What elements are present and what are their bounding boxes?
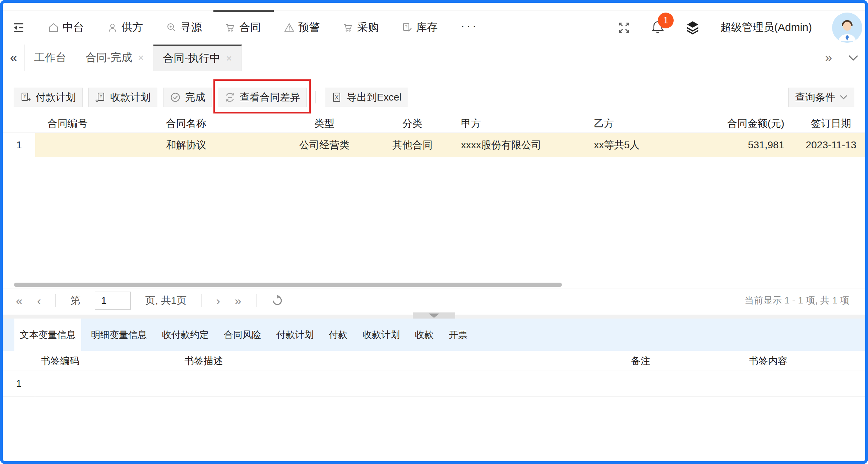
pagination-divider	[55, 294, 56, 307]
nav-item-contract[interactable]: 合同	[225, 10, 261, 45]
sourcing-search-icon	[166, 22, 177, 33]
tab-detail-variables[interactable]: 明细变量信息	[86, 319, 152, 351]
cell-type: 公司经营类	[272, 138, 377, 152]
supplier-icon	[107, 22, 118, 33]
notifications-button[interactable]: 1	[651, 20, 665, 36]
more-menu-icon[interactable]: ···	[461, 19, 478, 36]
col-header-remark: 备注	[567, 354, 714, 367]
page-summary: 当前显示 1 - 1 项, 共 1 项	[744, 294, 849, 307]
fullscreen-icon[interactable]	[618, 21, 631, 34]
pagination-bar: « ‹ 第 页, 共1页 › » 当前显示 1 - 1 项, 共 1 项	[3, 288, 865, 312]
page-input[interactable]	[95, 292, 131, 310]
complete-button[interactable]: 完成	[163, 88, 212, 107]
horizontal-scrollbar[interactable]	[14, 283, 562, 287]
col-header-amount: 合同金额(元)	[718, 117, 797, 130]
cell-category: 其他合同	[377, 138, 448, 152]
tabs-scroll-left-icon[interactable]: «	[3, 45, 24, 71]
tab-label: 合同-完成	[86, 50, 132, 65]
workspace-tab-workbench[interactable]: 工作台	[24, 45, 76, 71]
app-window: 中台 供方 寻源 合同	[0, 0, 868, 464]
tab-payment-terms[interactable]: 收付款约定	[157, 319, 214, 351]
menu-fold-icon[interactable]	[13, 22, 24, 33]
prev-page-button[interactable]: ‹	[37, 294, 41, 307]
receipt-plan-button[interactable]: ¥ 收款计划	[88, 88, 157, 107]
nav-item-platform[interactable]: 中台	[48, 10, 84, 45]
svg-text:¥: ¥	[23, 93, 26, 99]
button-label: 付款计划	[36, 91, 76, 104]
contract-toolbar: ¥ 付款计划 ¥ 收款计划 完成	[3, 71, 865, 114]
nav-item-label: 供方	[121, 20, 143, 35]
nav-item-inventory[interactable]: ? 库存	[402, 10, 438, 45]
tabs-scroll-right-icon[interactable]: »	[825, 50, 832, 65]
cell-contract-name: 和解协议	[100, 138, 272, 152]
excel-icon: X	[332, 92, 342, 103]
pagination-divider	[256, 294, 257, 307]
cell-party-b: xx等共5人	[581, 138, 718, 152]
table-row[interactable]: 1	[3, 371, 865, 397]
notification-badge: 1	[658, 13, 674, 28]
col-header-bookmark-code: 书签编码	[35, 354, 179, 367]
nav-item-procurement[interactable]: 采购	[343, 10, 379, 45]
tab-label: 工作台	[34, 50, 66, 65]
tab-text-variables[interactable]: 文本变量信息	[14, 319, 81, 351]
cell-amount: 531,981	[718, 139, 797, 151]
collapse-panel-handle[interactable]	[413, 312, 455, 319]
first-page-button[interactable]: «	[16, 294, 23, 307]
nav-item-label: 中台	[63, 20, 84, 35]
button-label: 导出到Excel	[347, 91, 401, 104]
col-header-bookmark-desc: 书签描述	[179, 354, 567, 367]
chevron-down-icon	[840, 95, 848, 100]
avatar[interactable]	[832, 13, 862, 43]
tabs-list-chevron-down-icon[interactable]	[848, 55, 859, 61]
payment-plan-button[interactable]: ¥ 付款计划	[14, 88, 83, 107]
panel-divider	[3, 312, 865, 319]
horizontal-scrollbar-track	[3, 282, 865, 288]
compare-sync-icon	[225, 92, 235, 103]
page-label-prefix: 第	[70, 294, 80, 307]
tab-receipt[interactable]: 收款	[410, 319, 439, 351]
tab-payment[interactable]: 付款	[323, 319, 353, 351]
cart-icon	[225, 22, 236, 33]
workspace-tab-contract-complete[interactable]: 合同-完成 ×	[76, 45, 153, 71]
bookmarks-table-header: 书签编码 书签描述 备注 书签内容	[3, 351, 865, 371]
col-header-party-b: 乙方	[581, 117, 718, 130]
query-conditions-button[interactable]: 查询条件	[788, 88, 854, 107]
workspace-tab-contract-executing[interactable]: 合同-执行中 ×	[153, 45, 241, 71]
last-page-button[interactable]: »	[235, 294, 241, 307]
table-row[interactable]: 1 和解协议 公司经营类 其他合同 xxxx股份有限公司 xx等共5人 531,…	[3, 133, 865, 157]
col-header-contract-no: 合同编号	[35, 117, 100, 130]
col-header-sign-date: 签订日期	[797, 117, 865, 130]
top-nav: 中台 供方 寻源 合同	[3, 10, 865, 45]
nav-item-alert[interactable]: 预警	[284, 10, 320, 45]
cart-icon	[343, 22, 354, 33]
view-contract-diff-button[interactable]: 查看合同差异	[218, 88, 307, 107]
tab-label: 合同-执行中	[163, 51, 220, 66]
export-excel-button[interactable]: X 导出到Excel	[325, 88, 408, 107]
nav-item-sourcing[interactable]: 寻源	[166, 10, 202, 45]
col-header-bookmark-content: 书签内容	[714, 354, 822, 367]
tab-receipt-plan[interactable]: 收款计划	[357, 319, 405, 351]
close-icon[interactable]: ×	[226, 54, 232, 64]
col-header-party-a: 甲方	[448, 117, 581, 130]
collapse-caret-icon	[429, 314, 439, 318]
cell-sign-date: 2023-11-13	[797, 139, 865, 151]
layers-icon[interactable]	[685, 20, 700, 35]
warning-icon	[284, 22, 295, 33]
svg-text:?: ?	[405, 24, 407, 29]
table-empty-area	[3, 157, 865, 282]
home-icon	[48, 22, 59, 33]
close-icon[interactable]: ×	[138, 53, 144, 63]
receipt-plan-icon: ¥	[95, 92, 106, 103]
tab-payment-plan[interactable]: 付款计划	[271, 319, 319, 351]
tab-contract-risk[interactable]: 合同风险	[218, 319, 267, 351]
next-page-button[interactable]: ›	[216, 294, 220, 307]
cell-party-a: xxxx股份有限公司	[448, 138, 581, 152]
refresh-button[interactable]	[271, 294, 284, 307]
topbar-actions: 1 超级管理员(Admin)	[618, 13, 864, 43]
inventory-doc-icon: ?	[402, 22, 412, 33]
col-header-type: 类型	[272, 117, 377, 130]
tab-invoicing[interactable]: 开票	[443, 319, 473, 351]
nav-item-supplier[interactable]: 供方	[107, 10, 143, 45]
top-strip	[3, 3, 865, 10]
user-name[interactable]: 超级管理员(Admin)	[720, 20, 812, 35]
